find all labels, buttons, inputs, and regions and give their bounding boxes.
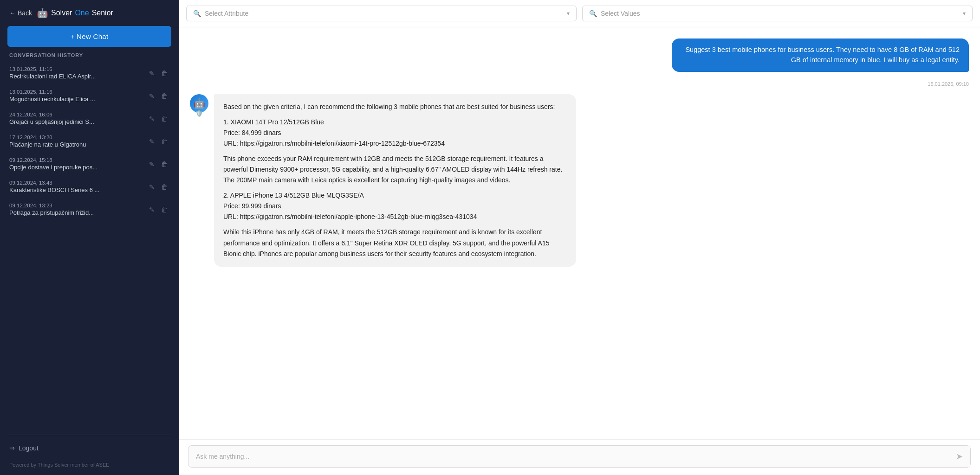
conv-actions: ✎ 🗑: [147, 205, 169, 214]
shield-icon: 🛡️: [195, 110, 203, 117]
conversation-history-label: CONVERSATION HISTORY: [0, 52, 179, 62]
conv-title: Plaćanje na rate u Gigatronu: [9, 141, 116, 148]
conversation-item[interactable]: 13.01.2025, 11:16 Mogućnosti recirkulaci…: [4, 84, 175, 107]
conversation-item[interactable]: 13.01.2025, 11:16 Recirkulacioni rad ELI…: [4, 62, 175, 84]
conv-title: Recirkulacioni rad ELICA Aspir...: [9, 73, 116, 80]
brand-senior: Senior: [92, 9, 113, 17]
conversation-item[interactable]: 09.12.2024, 13:43 Karakteristike BOSCH S…: [4, 175, 175, 198]
conv-info: 17.12.2024, 13:20 Plaćanje na rate u Gig…: [9, 135, 147, 148]
attribute-filter[interactable]: 🔍 Select Attribute ▾: [186, 6, 577, 21]
back-button[interactable]: ← Back: [9, 9, 32, 17]
conv-date: 13.01.2025, 11:16: [9, 66, 147, 72]
conv-date: 24.12.2024, 16:06: [9, 112, 147, 117]
bot-message-paragraph: While this iPhone has only 4GB of RAM, i…: [223, 227, 567, 259]
logout-label: Logout: [19, 444, 39, 452]
logout-button[interactable]: ⇒ Logout: [0, 439, 179, 457]
values-placeholder: Select Values: [601, 10, 959, 17]
conv-actions: ✎ 🗑: [147, 69, 169, 78]
sidebar-header: ← Back 🤖 SolverOne Senior: [0, 0, 179, 26]
conversation-item[interactable]: 09.12.2024, 13:23 Potraga za pristupačni…: [4, 198, 175, 221]
chevron-down-icon: ▾: [567, 10, 570, 17]
conv-title: Karakteristike BOSCH Series 6 ...: [9, 186, 116, 193]
delete-button[interactable]: 🗑: [159, 137, 169, 146]
edit-button[interactable]: ✎: [147, 160, 156, 169]
delete-button[interactable]: 🗑: [159, 91, 169, 101]
bot-message-paragraph: This phone exceeds your RAM requirement …: [223, 154, 567, 186]
sidebar-footer: Powered by Things Solver member of ASEE: [0, 457, 179, 475]
conversation-item[interactable]: 24.12.2024, 16:06 Grejači u spoljašnjoj …: [4, 107, 175, 130]
bot-avatar-container: 🤖 🛡️: [190, 94, 208, 117]
delete-button[interactable]: 🗑: [159, 114, 169, 123]
brand-solver: Solver: [51, 9, 72, 17]
delete-button[interactable]: 🗑: [159, 182, 169, 192]
user-message-timestamp: 15.01.2025, 09:10: [179, 79, 980, 87]
conv-date: 09.12.2024, 13:43: [9, 180, 147, 186]
conversation-item[interactable]: 09.12.2024, 15:18 Opcije dostave i prepo…: [4, 153, 175, 175]
conv-title: Opcije dostave i preporuke pos...: [9, 164, 116, 171]
conv-title: Mogućnosti recirkulacije Elica ...: [9, 96, 116, 103]
sidebar: ← Back 🤖 SolverOne Senior + New Chat CON…: [0, 0, 179, 475]
bot-message-paragraph: 1. XIAOMI 14T Pro 12/512GB Blue Price: 8…: [223, 117, 567, 149]
conv-info: 13.01.2025, 11:16 Recirkulacioni rad ELI…: [9, 66, 147, 80]
input-bar: ➤: [179, 439, 980, 475]
filter-bar: 🔍 Select Attribute ▾ 🔍 Select Values ▾: [179, 0, 980, 27]
edit-button[interactable]: ✎: [147, 137, 156, 146]
conv-actions: ✎ 🗑: [147, 160, 169, 169]
conv-actions: ✎ 🗑: [147, 182, 169, 192]
conv-actions: ✎ 🗑: [147, 91, 169, 101]
conv-info: 13.01.2025, 11:16 Mogućnosti recirkulaci…: [9, 89, 147, 103]
delete-button[interactable]: 🗑: [159, 205, 169, 214]
edit-button[interactable]: ✎: [147, 205, 156, 214]
conv-info: 09.12.2024, 15:18 Opcije dostave i prepo…: [9, 157, 147, 171]
values-filter[interactable]: 🔍 Select Values ▾: [582, 6, 973, 21]
delete-button[interactable]: 🗑: [159, 69, 169, 78]
conv-date: 09.12.2024, 13:23: [9, 203, 147, 208]
conv-info: 09.12.2024, 13:23 Potraga za pristupačni…: [9, 203, 147, 216]
conv-date: 09.12.2024, 15:18: [9, 157, 147, 163]
search-icon-2: 🔍: [589, 10, 597, 17]
conv-title: Potraga za pristupačnim frižid...: [9, 209, 116, 216]
conv-title: Grejači u spoljašnjoj jedinici S...: [9, 118, 116, 125]
robot-icon: 🤖: [194, 98, 205, 109]
brand-one: One: [75, 9, 89, 17]
chat-area: Suggest 3 best mobile phones for busines…: [179, 27, 980, 439]
conv-date: 13.01.2025, 11:16: [9, 89, 147, 95]
conversation-item[interactable]: 17.12.2024, 13:20 Plaćanje na rate u Gig…: [4, 130, 175, 153]
conversation-list: 13.01.2025, 11:16 Recirkulacioni rad ELI…: [0, 62, 179, 431]
chat-input[interactable]: [196, 453, 951, 460]
conv-date: 17.12.2024, 13:20: [9, 135, 147, 140]
edit-button[interactable]: ✎: [147, 69, 156, 78]
search-icon: 🔍: [193, 10, 201, 17]
logout-icon: ⇒: [9, 444, 15, 452]
attribute-placeholder: Select Attribute: [205, 10, 563, 17]
send-button[interactable]: ➤: [951, 451, 963, 462]
brand-logo: 🤖 SolverOne Senior: [37, 7, 113, 19]
user-message-bubble: Suggest 3 best mobile phones for busines…: [672, 39, 969, 72]
edit-button[interactable]: ✎: [147, 91, 156, 101]
conv-actions: ✎ 🗑: [147, 114, 169, 123]
edit-button[interactable]: ✎: [147, 114, 156, 123]
bot-message-paragraph: 2. APPLE iPhone 13 4/512GB Blue MLQG3SE/…: [223, 190, 567, 222]
chevron-down-icon-2: ▾: [963, 10, 966, 17]
brand-icon: 🤖: [37, 7, 48, 19]
user-message-wrapper: Suggest 3 best mobile phones for busines…: [179, 39, 980, 72]
bot-message-paragraph: Based on the given criteria, I can recom…: [223, 102, 567, 112]
bot-message-bubble: Based on the given criteria, I can recom…: [214, 94, 576, 267]
edit-button[interactable]: ✎: [147, 182, 156, 192]
chat-input-wrapper: ➤: [188, 445, 971, 468]
delete-button[interactable]: 🗑: [159, 160, 169, 169]
conv-actions: ✎ 🗑: [147, 137, 169, 146]
conv-info: 09.12.2024, 13:43 Karakteristike BOSCH S…: [9, 180, 147, 193]
sidebar-divider: [7, 435, 171, 435]
bot-message-wrapper: 🤖 🛡️ Based on the given criteria, I can …: [179, 94, 980, 267]
main-panel: 🔍 Select Attribute ▾ 🔍 Select Values ▾ S…: [179, 0, 980, 475]
new-chat-button[interactable]: + New Chat: [7, 26, 171, 47]
conv-info: 24.12.2024, 16:06 Grejači u spoljašnjoj …: [9, 112, 147, 125]
